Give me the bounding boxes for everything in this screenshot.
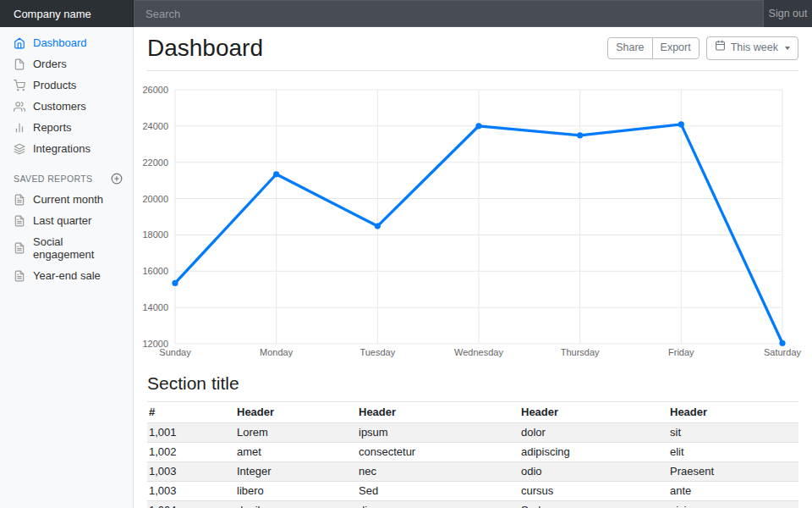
sidebar: DashboardOrdersProductsCustomersReportsI… — [0, 27, 134, 508]
sidebar-item-current-month[interactable]: Current month — [0, 189, 134, 210]
sidebar-item-orders[interactable]: Orders — [0, 53, 134, 75]
table-cell: elit — [668, 443, 798, 462]
calendar-icon — [715, 40, 726, 56]
users-icon — [14, 101, 25, 113]
file-text-icon — [14, 194, 25, 206]
sidebar-item-label: Social engagement — [33, 235, 120, 261]
table-row: 1,003liberoSedcursusante — [147, 482, 798, 501]
page-header: Dashboard Share Export This week — [147, 27, 798, 71]
plus-circle-icon[interactable] — [111, 173, 123, 185]
sidebar-item-label: Dashboard — [33, 36, 87, 49]
table-row: 1,002ametconsecteturadipiscingelit — [147, 443, 798, 462]
main-content: Dashboard Share Export This week 1200014… — [134, 0, 812, 508]
bar-chart-icon — [14, 122, 25, 134]
sidebar-item-last-quarter[interactable]: Last quarter — [0, 210, 134, 231]
table-cell: Lorem — [235, 423, 357, 443]
table-cell: 1,003 — [147, 462, 235, 482]
sidebar-item-social-engagement[interactable]: Social engagement — [0, 231, 134, 265]
data-table: #HeaderHeaderHeaderHeader 1,001Loremipsu… — [147, 401, 798, 508]
table-cell: Integer — [235, 462, 357, 482]
table-cell: sit — [668, 423, 798, 443]
sidebar-item-label: Last quarter — [33, 214, 91, 227]
table-cell: nec — [357, 462, 519, 482]
table-column-header: Header — [668, 402, 798, 423]
table-cell: 1,001 — [147, 423, 235, 443]
table-header-row: #HeaderHeaderHeaderHeader — [147, 402, 798, 423]
week-dropdown-label: This week — [731, 41, 778, 56]
search-input[interactable] — [134, 0, 764, 27]
table-row: 1,004dapibusdiamSednisi — [147, 501, 798, 508]
svg-text:26000: 26000 — [142, 85, 168, 95]
svg-text:Thursday: Thursday — [561, 347, 600, 357]
export-button[interactable]: Export — [652, 37, 700, 60]
sidebar-item-dashboard[interactable]: Dashboard — [0, 32, 134, 53]
table-cell: amet — [235, 443, 357, 462]
share-button[interactable]: Share — [607, 37, 652, 60]
table-cell: 1,002 — [147, 443, 235, 462]
table-cell: Sed — [357, 482, 519, 501]
table-column-header: # — [147, 402, 235, 423]
file-text-icon — [14, 270, 25, 282]
table-cell: consectetur — [357, 443, 519, 462]
table-cell: dapibus — [235, 501, 357, 508]
table-cell: ante — [668, 482, 798, 501]
sidebar-item-label: Customers — [33, 100, 86, 113]
svg-text:Sunday: Sunday — [159, 347, 191, 357]
svg-text:Friday: Friday — [668, 347, 694, 357]
traffic-line-chart: 1200014000160001800020000220002400026000… — [147, 81, 800, 362]
sidebar-item-label: Year-end sale — [33, 269, 101, 282]
file-text-icon — [14, 215, 25, 227]
table-cell: 1,003 — [147, 482, 235, 501]
svg-text:Tuesday: Tuesday — [359, 347, 395, 357]
layers-icon — [14, 143, 25, 155]
sidebar-item-label: Current month — [33, 193, 103, 206]
chevron-down-icon — [785, 47, 790, 50]
saved-reports-nav: Current monthLast quarterSocial engageme… — [0, 189, 134, 286]
svg-text:Saturday: Saturday — [764, 347, 802, 357]
table-cell: cursus — [519, 482, 668, 501]
table-cell: Sed — [519, 501, 668, 508]
home-icon — [14, 37, 25, 49]
table-cell: odio — [519, 462, 668, 482]
svg-text:20000: 20000 — [142, 194, 168, 204]
brand[interactable]: Company name — [0, 0, 134, 27]
table-column-header: Header — [357, 402, 519, 423]
table-cell: nisi — [668, 501, 798, 508]
svg-text:22000: 22000 — [142, 157, 168, 168]
svg-text:16000: 16000 — [142, 266, 168, 276]
saved-reports-header: Saved reports — [0, 159, 134, 189]
table-row: 1,003IntegernecodioPraesent — [147, 462, 798, 482]
toolbar: Share Export This week — [607, 36, 798, 60]
sidebar-item-products[interactable]: Products — [0, 75, 134, 96]
table-cell: adipiscing — [519, 443, 668, 462]
sidebar-item-customers[interactable]: Customers — [0, 96, 134, 117]
svg-text:24000: 24000 — [142, 121, 168, 131]
saved-reports-heading: Saved reports — [14, 174, 93, 184]
sidebar-item-reports[interactable]: Reports — [0, 117, 134, 138]
file-icon — [14, 58, 25, 70]
top-navbar: Company name Sign out — [0, 0, 812, 27]
table-row: 1,001Loremipsumdolorsit — [147, 423, 798, 443]
svg-text:Wednesday: Wednesday — [454, 347, 503, 357]
table-cell: Praesent — [668, 462, 798, 482]
week-dropdown-button[interactable]: This week — [706, 36, 798, 60]
table-column-header: Header — [235, 402, 357, 423]
sidebar-item-label: Reports — [33, 121, 72, 134]
sign-out-link[interactable]: Sign out — [764, 0, 812, 27]
sidebar-item-integrations[interactable]: Integrations — [0, 138, 134, 159]
table-cell: dolor — [519, 423, 668, 443]
svg-text:Monday: Monday — [260, 347, 294, 357]
table-cell: 1,004 — [147, 501, 235, 508]
sidebar-item-label: Orders — [33, 58, 67, 70]
sidebar-item-label: Products — [33, 79, 76, 91]
svg-text:14000: 14000 — [142, 302, 168, 312]
sidebar-item-label: Integrations — [33, 142, 91, 155]
sidebar-item-year-end-sale[interactable]: Year-end sale — [0, 265, 134, 286]
page-title: Dashboard — [147, 36, 263, 60]
section-title: Section title — [147, 373, 798, 394]
table-cell: ipsum — [357, 423, 519, 443]
file-text-icon — [14, 242, 25, 254]
table-column-header: Header — [519, 402, 668, 423]
table-cell: diam — [357, 501, 519, 508]
table-cell: libero — [235, 482, 357, 501]
